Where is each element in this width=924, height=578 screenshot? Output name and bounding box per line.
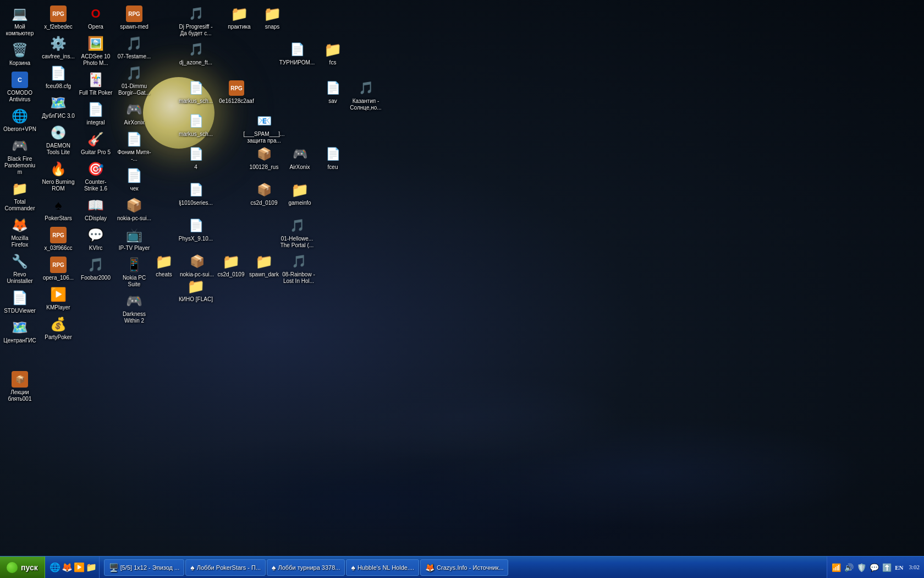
recycle-bin-img: 🗑️ (11, 41, 29, 59)
physx-file[interactable]: 📄 PhysX_9.10... (174, 215, 218, 244)
quicklaunch-media-icon[interactable]: ▶️ (74, 562, 85, 572)
fceu98-icon[interactable]: 📄 fceu98.cfg (40, 62, 77, 92)
tray-security-icon[interactable]: 🛡️ (857, 563, 866, 572)
nero-burning-icon[interactable]: 🔥 Nero Burning ROM (40, 158, 77, 194)
taskbar-item-3-icon: ♠️ (272, 563, 276, 572)
cavfree-icon[interactable]: ⚙️ cavfree_ins... (40, 32, 77, 62)
kino-flac-folder[interactable]: 📁 КИНО [FLAC] (174, 275, 218, 305)
spawn-med-icon[interactable]: RPG spawn-med (116, 3, 153, 32)
acdsee-icon[interactable]: 🖼️ ACDSee 10 Photo M... (77, 32, 114, 69)
airxonix-col4-icon[interactable]: 🎮 AirXonix (116, 99, 153, 128)
taskbar-item-5[interactable]: 🦊 Crazys.Info - Источник... (420, 559, 508, 576)
pokerstars-icon[interactable]: ♠️ PokerStars (40, 194, 77, 224)
markus-sch1-file[interactable]: 📄 markus_sch... (174, 77, 218, 107)
kazantin-file[interactable]: 🎵 Казантип - Солнце,но... (344, 77, 388, 113)
full-tilt-poker-icon[interactable]: 🃏 Full Tilt Poker (77, 69, 114, 99)
dub-gis-icon[interactable]: 🗺️ ДублГИС 3.0 (40, 92, 77, 122)
markus-sch2-file[interactable]: 📄 markus_sch... (174, 110, 218, 140)
taskbar-items: 🖥️ [5/5] 1x12 - Эпизод ... ♠️ Лобби Poke… (102, 557, 827, 578)
mozilla-firefox-label: Mozilla Firefox (2, 235, 37, 248)
mozilla-firefox-img: 🦊 (11, 216, 29, 234)
taskbar-item-5-icon: 🦊 (425, 563, 435, 572)
taskbar-item-5-label: Crazys.Info - Источник... (437, 564, 504, 571)
0e16128c2aaf-file[interactable]: RPG 0e16128c2aaf (215, 77, 258, 107)
foobar2000-icon[interactable]: 🎵 Foobar2000 (77, 254, 114, 283)
desktop-icon-column-3: O Opera 🖼️ ACDSee 10 Photo M... 🃏 Full T… (77, 3, 114, 542)
centralngis-icon[interactable]: 🗺️ ЦентранГИС (1, 317, 38, 346)
fceu2-file[interactable]: 📄 fceu (311, 143, 355, 173)
lekcii-label: Лекцииблять001 (8, 389, 31, 402)
comodo-icon[interactable]: C COMODO Antivirus (1, 69, 38, 105)
ip-tv-player-icon[interactable]: 📺 IP-TV Player (116, 224, 153, 254)
guitar-pro-icon[interactable]: 🎸 Guitar Pro 5 (77, 128, 114, 158)
tray-sound-icon[interactable]: 🔊 (844, 563, 854, 572)
comodo-label: COMODO Antivirus (2, 90, 37, 103)
lekcii-img: 📦 (11, 370, 29, 388)
taskbar-item-1[interactable]: 🖥️ [5/5] 1x12 - Эпизод ... (104, 559, 185, 576)
taskbar-item-4-label: Hubble's NL Holde.... (358, 564, 414, 571)
tray-chat-icon[interactable]: 💬 (870, 563, 879, 572)
kmplayer-icon[interactable]: ▶️ KMPlayer (40, 283, 77, 313)
oberon-vpn-img: 🌐 (11, 107, 29, 125)
recycle-bin-label: Корзина (9, 60, 30, 67)
spam-file[interactable]: 📧 [___SPAM___]...защита пра... (242, 110, 286, 146)
mozilla-firefox-icon[interactable]: 🦊 Mozilla Firefox (1, 214, 38, 250)
snaps-folder[interactable]: 📁 snaps (250, 3, 294, 32)
nokia-pc-sui-col4-icon[interactable]: 📦 nokia-pc-sui... (116, 194, 153, 224)
tray-language[interactable]: EN (895, 564, 903, 571)
start-orb (7, 562, 18, 573)
opera-106-icon[interactable]: RPG opera_106... (40, 254, 77, 283)
quicklaunch-firefox-icon[interactable]: 🦊 (62, 562, 73, 572)
oberon-vpn-icon[interactable]: 🌐 Oberon+VPN (1, 105, 38, 135)
tray-network-icon[interactable]: 📶 (832, 563, 841, 572)
counter-strike-icon[interactable]: 🎯 Counter-Strike 1.6 (77, 158, 114, 194)
x-03f966cc-icon[interactable]: RPG x_03f966cc (40, 224, 77, 254)
taskbar-item-2[interactable]: ♠️ Лобби PokerStars - П... (185, 559, 266, 576)
hellowe-file[interactable]: 🎵 01-Hellowe...The Portal (... (275, 215, 319, 251)
integral-icon[interactable]: 📄 integral (77, 99, 114, 128)
taskbar-item-3-label: Лобби турнира 3378... (278, 564, 340, 571)
lekcii-icon[interactable]: 📦 Лекцииблять001 (1, 368, 38, 405)
taskbar-tray: 📶 🔊 🛡️ 💬 ⬆️ EN 3:02 (827, 557, 924, 578)
cdisplay-icon[interactable]: 📖 CDisplay (77, 194, 114, 224)
file4[interactable]: 📄 4 (174, 143, 218, 173)
taskbar-item-2-label: Лобби PokerStars - П... (197, 564, 261, 571)
tray-update-icon[interactable]: ⬆️ (882, 563, 892, 572)
taskbar-item-3[interactable]: ♠️ Лобби турнира 3378... (267, 559, 345, 576)
my-computer-img: 💻 (11, 5, 29, 23)
quicklaunch-folder-icon[interactable]: 📁 (86, 562, 97, 572)
01-dimmu-icon[interactable]: 🎵 01-Dimmu Borgir--Gat... (116, 62, 153, 99)
lj1010series-file[interactable]: 📄 lj1010series... (174, 179, 218, 209)
opera-icon[interactable]: O Opera (77, 3, 114, 32)
tray-clock: 3:02 (909, 563, 920, 571)
quicklaunch-ie-icon[interactable]: 🌐 (50, 562, 61, 572)
total-commander-icon[interactable]: 📁 Total Commander (1, 178, 38, 214)
gameinfo-folder[interactable]: 📁 gameinfo (278, 179, 322, 209)
recycle-bin-icon[interactable]: 🗑️ Корзина (1, 39, 38, 69)
centralngis-label: ЦентранГИС (3, 337, 36, 344)
revo-uninstaller-icon[interactable]: 🔧 Revo Uninstaller (1, 250, 38, 287)
start-button[interactable]: пуск (0, 557, 45, 579)
darkness-within-icon[interactable]: 🎮 Darkness Within 2 (116, 290, 153, 326)
black-fire-icon[interactable]: 🎮 Black Fire Pandemonium (1, 135, 38, 178)
comodo-img: C (11, 71, 29, 89)
taskbar-item-4[interactable]: ♠️ Hubble's NL Holde.... (346, 559, 419, 576)
black-fire-label: Black Fire Pandemonium (2, 156, 37, 176)
start-label: пуск (21, 563, 38, 572)
my-computer-icon[interactable]: 💻 Мой компьютер (1, 3, 38, 39)
x-f2ebedec-icon[interactable]: RPG x_f2ebedec (40, 3, 77, 32)
fcs-folder[interactable]: 📁 fcs (311, 39, 355, 68)
stduviewer-icon[interactable]: 📄 STDUViewer (1, 287, 38, 317)
07-testame-icon[interactable]: 🎵 07-Testame... (116, 32, 153, 62)
dj-progresiff-file[interactable]: 🎵 Dj Progresiff - Да будет с... (174, 3, 218, 39)
08-rainbow-file[interactable]: 🎵 08-Rainbow - Lost In Hol... (277, 250, 321, 287)
partypoker-icon[interactable]: 💰 PartyPoker (40, 313, 77, 343)
revo-uninstaller-img: 🔧 (11, 253, 29, 270)
fonim-mitya-icon[interactable]: 📄 Фоним Митя--... (116, 128, 153, 165)
quick-launch: 🌐 🦊 ▶️ 📁 (47, 557, 100, 578)
chek-icon[interactable]: 📄 чек (116, 165, 153, 194)
taskbar-item-1-label: [5/5] 1x12 - Эпизод ... (120, 564, 180, 571)
dj-azone-file[interactable]: 🎵 dj_azone_ft... (174, 39, 218, 68)
daemon-tools-icon[interactable]: 💿 DAEMON Tools Lite (40, 122, 77, 158)
kvirc-icon[interactable]: 💬 KVIrc (77, 224, 114, 254)
